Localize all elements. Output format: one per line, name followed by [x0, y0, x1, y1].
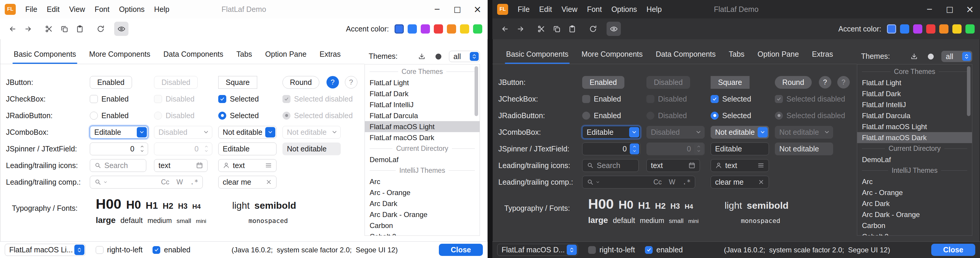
theme-item[interactable]: Cobalt 2: [365, 231, 480, 236]
date-input[interactable]: text: [646, 159, 700, 172]
menu-edit[interactable]: Edit: [534, 0, 557, 18]
user-input[interactable]: text: [218, 159, 277, 172]
themes-filter-combobox[interactable]: all: [449, 51, 480, 62]
accent-swatch-red[interactable]: [434, 24, 443, 33]
themes-list[interactable]: Core Themes FlatLaf Light FlatLaf Dark F…: [857, 64, 972, 236]
menu-options[interactable]: Options: [114, 0, 149, 18]
theme-item[interactable]: Arc Dark - Orange: [365, 209, 480, 220]
checkbox-enabled[interactable]: Enabled: [582, 95, 640, 103]
theme-item[interactable]: Arc - Orange: [365, 187, 480, 198]
textf­ield-editable[interactable]: Editable: [711, 142, 769, 155]
close-dialog-button[interactable]: Close: [439, 244, 483, 256]
theme-item[interactable]: FlatLaf Darcula: [857, 110, 972, 121]
accent-swatch-blue[interactable]: [408, 24, 417, 33]
paste-button[interactable]: [73, 22, 87, 36]
search-icon[interactable]: [94, 179, 102, 185]
combobox-editable[interactable]: Editable: [582, 126, 640, 139]
theme-item[interactable]: FlatLaf Light: [857, 77, 972, 88]
checkbox-selected[interactable]: Selected: [218, 95, 277, 103]
forward-button[interactable]: [21, 22, 35, 36]
theme-item[interactable]: Arc: [857, 176, 972, 187]
search-input[interactable]: Search: [90, 159, 146, 172]
combobox-not-editable[interactable]: Not editable: [218, 126, 277, 139]
search-input[interactable]: Search: [582, 159, 639, 172]
tab-tabs[interactable]: Tabs: [230, 50, 259, 64]
download-theme-button[interactable]: [908, 51, 920, 62]
tab-option-pane[interactable]: Option Pane: [259, 50, 313, 64]
clear-icon[interactable]: [758, 179, 764, 185]
menu-view[interactable]: View: [64, 0, 90, 18]
theme-combobox[interactable]: FlatLaf macOS D...: [497, 244, 578, 256]
theme-item[interactable]: Arc Dark: [857, 198, 972, 209]
menu-options[interactable]: Options: [606, 0, 642, 18]
square-button[interactable]: Square: [218, 76, 257, 89]
cut-button[interactable]: [41, 22, 56, 36]
radio-selected[interactable]: Selected: [218, 111, 277, 120]
clear-icon[interactable]: [266, 179, 272, 185]
accent-swatch-blue[interactable]: [900, 24, 909, 33]
date-input[interactable]: text: [154, 159, 208, 172]
accent-swatch-orange[interactable]: [447, 24, 456, 33]
help-button-primary[interactable]: ?: [326, 76, 339, 89]
refresh-button[interactable]: [586, 22, 600, 36]
theme-item-selected[interactable]: FlatLaf macOS Dark: [857, 132, 972, 143]
accent-swatch-selected[interactable]: [887, 24, 896, 33]
theme-item[interactable]: FlatLaf macOS Dark: [365, 132, 480, 143]
menu-file[interactable]: File: [21, 0, 42, 18]
spinner-updown-icon[interactable]: [137, 143, 147, 154]
accent-swatch-purple[interactable]: [913, 24, 922, 33]
regex-button[interactable]: .*: [682, 178, 691, 186]
cut-button[interactable]: [534, 22, 548, 36]
search-options-input[interactable]: Cc W .*: [90, 176, 203, 188]
theme-item[interactable]: Arc - Orange: [857, 187, 972, 198]
whole-word-button[interactable]: W: [669, 178, 676, 186]
accent-swatch-orange[interactable]: [939, 24, 948, 33]
whole-word-button[interactable]: W: [177, 178, 183, 186]
enabled-button[interactable]: Enabled: [90, 76, 132, 89]
show-eye-toggle[interactable]: [606, 22, 621, 36]
show-eye-toggle[interactable]: [114, 22, 129, 36]
menu-help[interactable]: Help: [149, 0, 174, 18]
theme-item[interactable]: Carbon: [365, 220, 480, 231]
github-button[interactable]: [432, 51, 444, 62]
theme-item[interactable]: Cobalt 2: [857, 231, 972, 236]
copy-button[interactable]: [549, 22, 564, 36]
tab-extras[interactable]: Extras: [805, 50, 840, 64]
chevron-down-icon[interactable]: [757, 127, 768, 138]
maximize-button[interactable]: □: [447, 0, 468, 18]
user-input[interactable]: text: [711, 159, 769, 172]
close-window-button[interactable]: ×: [960, 0, 980, 18]
chevron-down-icon[interactable]: [629, 127, 639, 138]
maximize-button[interactable]: □: [940, 0, 960, 18]
minimize-button[interactable]: ─: [920, 0, 940, 18]
close-window-button[interactable]: ×: [468, 0, 488, 18]
calendar-icon[interactable]: [688, 162, 695, 169]
menu-font[interactable]: Font: [90, 0, 114, 18]
scrollbar-thumb[interactable]: [967, 66, 970, 116]
menu-help[interactable]: Help: [642, 0, 666, 18]
theme-item[interactable]: Arc Dark - Orange: [857, 209, 972, 220]
round-button[interactable]: Round: [282, 76, 319, 89]
chevron-down-icon[interactable]: [137, 127, 147, 138]
right-to-left-checkbox[interactable]: right-to-left: [588, 245, 635, 254]
copy-button[interactable]: [57, 22, 72, 36]
enabled-button[interactable]: Enabled: [582, 76, 624, 89]
calendar-icon[interactable]: [196, 162, 203, 169]
spinner-value[interactable]: 0: [587, 145, 630, 153]
tab-basic-components[interactable]: Basic Components: [500, 50, 575, 64]
menu-file[interactable]: File: [513, 0, 534, 18]
theme-combobox[interactable]: FlatLaf macOS Li...: [5, 244, 86, 256]
radio-selected[interactable]: Selected: [711, 111, 769, 120]
radio-enabled[interactable]: Enabled: [582, 111, 640, 120]
tab-data-components[interactable]: Data Components: [157, 50, 230, 64]
theme-item-selected[interactable]: FlatLaf macOS Light: [365, 121, 480, 132]
checkbox-enabled[interactable]: Enabled: [90, 95, 148, 103]
back-button[interactable]: [498, 22, 512, 36]
search-options-input[interactable]: Cc W .*: [582, 176, 695, 188]
spinner-updown-icon[interactable]: [630, 143, 639, 154]
download-theme-button[interactable]: [416, 51, 428, 62]
themes-list[interactable]: Core Themes FlatLaf Light FlatLaf Dark F…: [364, 64, 480, 236]
tab-more-components[interactable]: More Components: [83, 50, 157, 64]
enabled-checkbox[interactable]: enabled: [153, 245, 190, 254]
theme-item[interactable]: FlatLaf Darcula: [365, 110, 480, 121]
